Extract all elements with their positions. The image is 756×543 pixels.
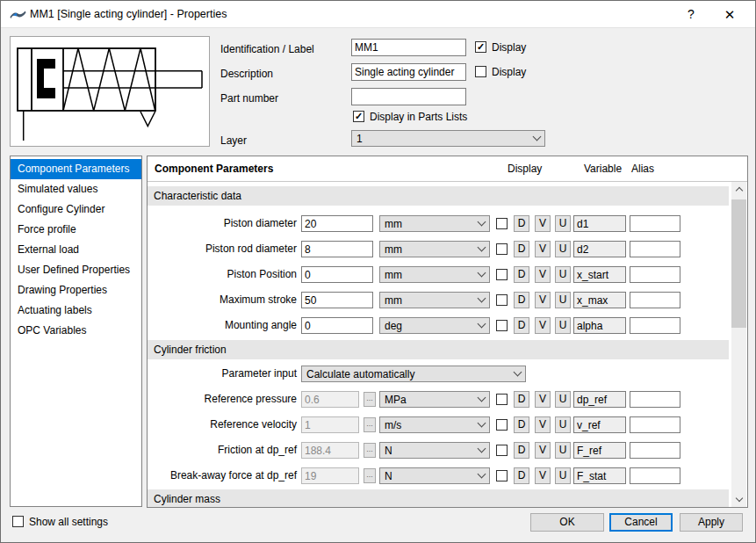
show-all-settings-checkbox[interactable] (12, 516, 24, 527)
param-value-input[interactable] (301, 317, 373, 334)
alias-field[interactable] (630, 442, 680, 459)
vertical-scrollbar[interactable] (731, 182, 746, 507)
u-button[interactable]: U (555, 467, 571, 484)
variable-field[interactable] (573, 215, 626, 232)
display-checkbox[interactable] (496, 445, 508, 456)
d-button[interactable]: D (514, 215, 529, 232)
alias-field[interactable] (630, 467, 680, 484)
sidebar-item-component-parameters[interactable]: Component Parameters (11, 159, 141, 179)
unit-dropdown[interactable]: N (379, 467, 490, 484)
v-button[interactable]: V (535, 215, 551, 232)
sidebar-item-simulated-values[interactable]: Simulated values (11, 179, 141, 199)
unit-dropdown[interactable]: MPa (379, 391, 490, 408)
alias-field[interactable] (630, 416, 680, 433)
unit-dropdown[interactable]: mm (379, 292, 490, 308)
u-button[interactable]: U (555, 292, 571, 308)
variable-field[interactable] (573, 266, 626, 283)
sidebar-item-external-load[interactable]: External load (11, 240, 141, 260)
display-checkbox[interactable] (496, 218, 508, 229)
sidebar-item-drawing-properties[interactable]: Drawing Properties (11, 280, 141, 300)
alias-field[interactable] (630, 215, 680, 232)
identification-display-checkbox[interactable]: ✓ (475, 41, 486, 53)
v-button[interactable]: V (535, 391, 551, 408)
display-checkbox[interactable] (496, 470, 508, 481)
close-button[interactable]: ✕ (711, 1, 748, 28)
v-button[interactable]: V (535, 317, 551, 334)
variable-field[interactable] (573, 467, 626, 484)
display-checkbox[interactable] (496, 320, 508, 331)
parts-list-checkbox[interactable]: ✓ (353, 111, 364, 122)
alias-field[interactable] (630, 292, 680, 308)
u-button[interactable]: U (555, 442, 571, 459)
expression-dots-button[interactable]: ... (364, 443, 376, 458)
unit-dropdown[interactable]: m/s (379, 416, 490, 433)
d-button[interactable]: D (514, 442, 529, 459)
u-button[interactable]: U (555, 416, 571, 433)
scroll-down-arrow-icon[interactable] (731, 492, 746, 507)
d-button[interactable]: D (514, 317, 529, 334)
scroll-up-arrow-icon[interactable] (731, 182, 746, 197)
variable-field[interactable] (573, 442, 626, 459)
d-button[interactable]: D (514, 292, 529, 308)
v-button[interactable]: V (535, 292, 551, 308)
description-input[interactable] (351, 63, 466, 81)
alias-field[interactable] (630, 266, 680, 283)
sidebar-item-actuating-labels[interactable]: Actuating labels (11, 300, 141, 321)
part-number-input[interactable] (351, 88, 466, 105)
v-button[interactable]: V (535, 442, 551, 459)
expression-dots-button[interactable]: ... (364, 468, 376, 483)
param-value-input[interactable] (301, 467, 359, 484)
param-value-input[interactable] (301, 266, 373, 283)
scrollbar-thumb[interactable] (731, 199, 746, 328)
display-checkbox[interactable] (496, 394, 508, 405)
v-button[interactable]: V (535, 241, 551, 257)
sidebar-item-force-profile[interactable]: Force profile (11, 220, 141, 240)
help-button[interactable]: ? (673, 1, 709, 28)
param-value-input[interactable] (301, 292, 373, 308)
u-button[interactable]: U (555, 266, 571, 283)
u-button[interactable]: U (555, 241, 571, 257)
display-checkbox[interactable] (496, 269, 508, 280)
variable-field[interactable] (573, 292, 626, 308)
param-value-input[interactable] (301, 215, 373, 232)
identification-input[interactable] (351, 39, 466, 56)
sidebar-item-opc-variables[interactable]: OPC Variables (11, 321, 141, 341)
unit-dropdown[interactable]: mm (379, 215, 490, 232)
u-button[interactable]: U (555, 215, 571, 232)
u-button[interactable]: U (555, 317, 571, 334)
parameter-input-dropdown[interactable]: Calculate automatically (301, 366, 526, 382)
param-value-input[interactable] (301, 241, 373, 257)
param-value-input[interactable] (301, 442, 359, 459)
ok-button[interactable]: OK (530, 513, 604, 532)
unit-dropdown[interactable]: mm (379, 241, 490, 257)
unit-dropdown[interactable]: deg (379, 317, 490, 334)
unit-dropdown[interactable]: N (379, 442, 490, 459)
display-checkbox[interactable] (496, 419, 508, 431)
v-button[interactable]: V (535, 266, 551, 283)
expression-dots-button[interactable]: ... (364, 417, 376, 432)
param-value-input[interactable] (301, 391, 359, 408)
param-value-input[interactable] (301, 416, 359, 433)
sidebar-item-user-defined-properties[interactable]: User Defined Properties (11, 260, 141, 280)
u-button[interactable]: U (555, 391, 571, 408)
d-button[interactable]: D (514, 391, 529, 408)
variable-field[interactable] (573, 391, 626, 408)
d-button[interactable]: D (514, 467, 529, 484)
display-checkbox[interactable] (496, 294, 508, 306)
v-button[interactable]: V (535, 416, 551, 433)
unit-dropdown[interactable]: mm (379, 266, 490, 283)
cancel-button[interactable]: Cancel (609, 513, 673, 532)
variable-field[interactable] (573, 317, 626, 334)
alias-field[interactable] (630, 317, 680, 334)
variable-field[interactable] (573, 241, 626, 257)
variable-field[interactable] (573, 416, 626, 433)
display-checkbox[interactable] (496, 243, 508, 255)
apply-button[interactable]: Apply (680, 513, 743, 532)
description-display-checkbox[interactable] (475, 66, 486, 77)
alias-field[interactable] (630, 391, 680, 408)
alias-field[interactable] (630, 241, 680, 257)
expression-dots-button[interactable]: ... (364, 392, 376, 407)
v-button[interactable]: V (535, 467, 551, 484)
d-button[interactable]: D (514, 416, 529, 433)
d-button[interactable]: D (514, 266, 529, 283)
